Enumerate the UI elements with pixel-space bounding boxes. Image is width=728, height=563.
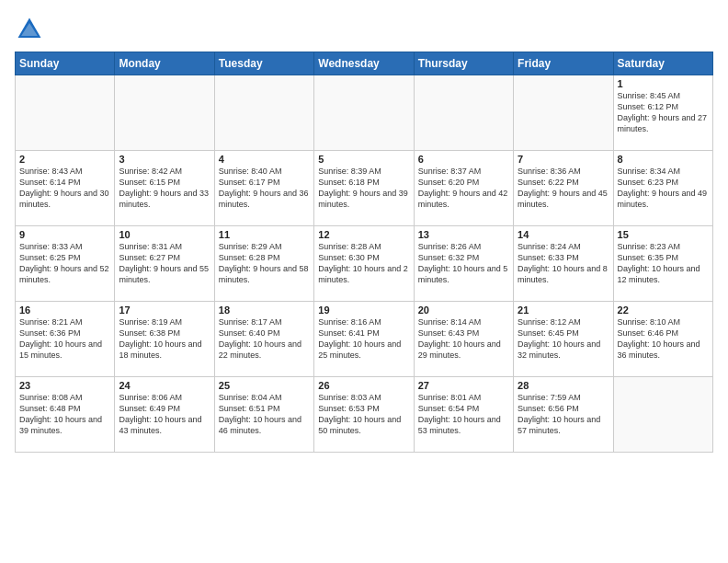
day-info: Sunrise: 8:08 AM Sunset: 6:48 PM Dayligh…	[19, 392, 110, 437]
calendar-week-5: 23Sunrise: 8:08 AM Sunset: 6:48 PM Dayli…	[16, 377, 713, 453]
calendar-cell: 5Sunrise: 8:39 AM Sunset: 6:18 PM Daylig…	[314, 151, 414, 226]
day-number: 8	[618, 154, 709, 165]
calendar-cell: 27Sunrise: 8:01 AM Sunset: 6:54 PM Dayli…	[414, 377, 513, 453]
day-info: Sunrise: 8:10 AM Sunset: 6:46 PM Dayligh…	[618, 316, 709, 362]
logo-icon	[15, 15, 44, 44]
calendar-cell	[115, 75, 214, 151]
day-info: Sunrise: 8:33 AM Sunset: 6:25 PM Dayligh…	[19, 241, 110, 286]
calendar-cell: 7Sunrise: 8:36 AM Sunset: 6:22 PM Daylig…	[514, 151, 613, 226]
calendar-cell	[16, 75, 115, 151]
calendar-week-3: 9Sunrise: 8:33 AM Sunset: 6:25 PM Daylig…	[16, 226, 713, 302]
day-number: 6	[418, 154, 509, 165]
day-number: 24	[119, 380, 210, 391]
calendar-cell: 6Sunrise: 8:37 AM Sunset: 6:20 PM Daylig…	[414, 151, 513, 226]
calendar-cell: 9Sunrise: 8:33 AM Sunset: 6:25 PM Daylig…	[16, 226, 115, 302]
day-info: Sunrise: 8:06 AM Sunset: 6:49 PM Dayligh…	[119, 392, 210, 437]
day-info: Sunrise: 8:16 AM Sunset: 6:41 PM Dayligh…	[318, 316, 409, 362]
day-info: Sunrise: 8:42 AM Sunset: 6:15 PM Dayligh…	[119, 166, 210, 211]
day-info: Sunrise: 8:34 AM Sunset: 6:23 PM Dayligh…	[618, 166, 709, 211]
calendar: SundayMondayTuesdayWednesdayThursdayFrid…	[15, 52, 713, 453]
day-number: 15	[618, 229, 709, 240]
day-info: Sunrise: 8:03 AM Sunset: 6:53 PM Dayligh…	[318, 392, 409, 437]
calendar-cell	[214, 75, 313, 151]
day-number: 22	[618, 304, 709, 316]
calendar-cell: 20Sunrise: 8:14 AM Sunset: 6:43 PM Dayli…	[414, 302, 513, 377]
day-info: Sunrise: 8:23 AM Sunset: 6:35 PM Dayligh…	[618, 241, 709, 286]
logo	[15, 15, 48, 44]
calendar-cell	[414, 75, 513, 151]
calendar-header-sunday: Sunday	[16, 52, 115, 75]
day-info: Sunrise: 8:45 AM Sunset: 6:12 PM Dayligh…	[618, 90, 709, 135]
day-info: Sunrise: 8:26 AM Sunset: 6:32 PM Dayligh…	[418, 241, 509, 286]
day-number: 21	[518, 304, 609, 316]
header	[15, 15, 713, 44]
day-number: 7	[518, 154, 609, 165]
day-info: Sunrise: 8:19 AM Sunset: 6:38 PM Dayligh…	[119, 316, 210, 362]
calendar-cell: 18Sunrise: 8:17 AM Sunset: 6:40 PM Dayli…	[214, 302, 313, 377]
calendar-header-monday: Monday	[115, 52, 214, 75]
day-info: Sunrise: 8:39 AM Sunset: 6:18 PM Dayligh…	[318, 166, 409, 211]
calendar-header-row: SundayMondayTuesdayWednesdayThursdayFrid…	[16, 52, 713, 75]
day-info: Sunrise: 8:29 AM Sunset: 6:28 PM Dayligh…	[219, 241, 310, 286]
day-number: 23	[19, 380, 110, 391]
day-number: 26	[318, 380, 409, 391]
calendar-header-saturday: Saturday	[613, 52, 712, 75]
calendar-header-wednesday: Wednesday	[314, 52, 414, 75]
day-number: 2	[19, 154, 110, 165]
calendar-cell: 23Sunrise: 8:08 AM Sunset: 6:48 PM Dayli…	[16, 377, 115, 453]
calendar-cell: 25Sunrise: 8:04 AM Sunset: 6:51 PM Dayli…	[214, 377, 313, 453]
calendar-cell	[514, 75, 613, 151]
calendar-cell: 15Sunrise: 8:23 AM Sunset: 6:35 PM Dayli…	[613, 226, 712, 302]
day-number: 25	[219, 380, 310, 391]
day-number: 18	[219, 304, 310, 316]
day-info: Sunrise: 8:43 AM Sunset: 6:14 PM Dayligh…	[19, 166, 110, 211]
calendar-cell: 13Sunrise: 8:26 AM Sunset: 6:32 PM Dayli…	[414, 226, 513, 302]
calendar-week-2: 2Sunrise: 8:43 AM Sunset: 6:14 PM Daylig…	[16, 151, 713, 226]
day-info: Sunrise: 8:12 AM Sunset: 6:45 PM Dayligh…	[518, 316, 609, 362]
calendar-cell: 16Sunrise: 8:21 AM Sunset: 6:36 PM Dayli…	[16, 302, 115, 377]
calendar-cell: 24Sunrise: 8:06 AM Sunset: 6:49 PM Dayli…	[115, 377, 214, 453]
day-number: 12	[318, 229, 409, 240]
calendar-cell: 21Sunrise: 8:12 AM Sunset: 6:45 PM Dayli…	[514, 302, 613, 377]
day-number: 14	[518, 229, 609, 240]
page: SundayMondayTuesdayWednesdayThursdayFrid…	[0, 0, 728, 563]
calendar-cell: 3Sunrise: 8:42 AM Sunset: 6:15 PM Daylig…	[115, 151, 214, 226]
day-info: Sunrise: 8:21 AM Sunset: 6:36 PM Dayligh…	[19, 316, 110, 362]
day-info: Sunrise: 7:59 AM Sunset: 6:56 PM Dayligh…	[518, 392, 609, 437]
calendar-cell: 11Sunrise: 8:29 AM Sunset: 6:28 PM Dayli…	[214, 226, 313, 302]
day-info: Sunrise: 8:01 AM Sunset: 6:54 PM Dayligh…	[418, 392, 509, 437]
day-info: Sunrise: 8:24 AM Sunset: 6:33 PM Dayligh…	[518, 241, 609, 286]
calendar-cell: 28Sunrise: 7:59 AM Sunset: 6:56 PM Dayli…	[514, 377, 613, 453]
day-info: Sunrise: 8:28 AM Sunset: 6:30 PM Dayligh…	[318, 241, 409, 286]
day-number: 5	[318, 154, 409, 165]
day-number: 4	[219, 154, 310, 165]
calendar-cell: 26Sunrise: 8:03 AM Sunset: 6:53 PM Dayli…	[314, 377, 414, 453]
day-info: Sunrise: 8:14 AM Sunset: 6:43 PM Dayligh…	[418, 316, 509, 362]
day-number: 16	[19, 304, 110, 316]
day-number: 11	[219, 229, 310, 240]
calendar-cell	[613, 377, 712, 453]
day-number: 9	[19, 229, 110, 240]
calendar-cell: 12Sunrise: 8:28 AM Sunset: 6:30 PM Dayli…	[314, 226, 414, 302]
day-info: Sunrise: 8:04 AM Sunset: 6:51 PM Dayligh…	[219, 392, 310, 437]
calendar-cell	[314, 75, 414, 151]
day-info: Sunrise: 8:31 AM Sunset: 6:27 PM Dayligh…	[119, 241, 210, 286]
calendar-header-tuesday: Tuesday	[214, 52, 313, 75]
calendar-cell: 19Sunrise: 8:16 AM Sunset: 6:41 PM Dayli…	[314, 302, 414, 377]
day-number: 28	[518, 380, 609, 391]
calendar-cell: 22Sunrise: 8:10 AM Sunset: 6:46 PM Dayli…	[613, 302, 712, 377]
calendar-week-1: 1Sunrise: 8:45 AM Sunset: 6:12 PM Daylig…	[16, 75, 713, 151]
day-info: Sunrise: 8:40 AM Sunset: 6:17 PM Dayligh…	[219, 166, 310, 211]
day-number: 10	[119, 229, 210, 240]
calendar-cell: 1Sunrise: 8:45 AM Sunset: 6:12 PM Daylig…	[613, 75, 712, 151]
day-number: 27	[418, 380, 509, 391]
calendar-week-4: 16Sunrise: 8:21 AM Sunset: 6:36 PM Dayli…	[16, 302, 713, 377]
day-info: Sunrise: 8:37 AM Sunset: 6:20 PM Dayligh…	[418, 166, 509, 211]
day-number: 3	[119, 154, 210, 165]
calendar-cell: 4Sunrise: 8:40 AM Sunset: 6:17 PM Daylig…	[214, 151, 313, 226]
day-number: 13	[418, 229, 509, 240]
day-number: 17	[119, 304, 210, 316]
calendar-cell: 8Sunrise: 8:34 AM Sunset: 6:23 PM Daylig…	[613, 151, 712, 226]
calendar-header-thursday: Thursday	[414, 52, 513, 75]
calendar-header-friday: Friday	[514, 52, 613, 75]
